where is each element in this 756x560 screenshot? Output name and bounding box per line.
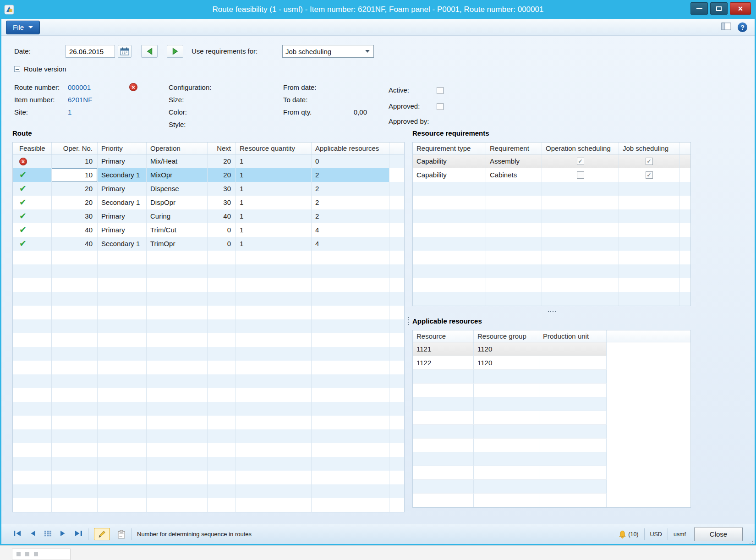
applicable-resource-empty-row[interactable] [413,452,607,466]
route-row[interactable]: ✔40PrimaryTrim/Cut014 [13,223,404,237]
resource-requirement-empty-row[interactable] [413,209,690,223]
route-empty-row[interactable] [13,471,404,484]
approved-checkbox[interactable] [437,103,444,110]
applicable-resource-empty-row[interactable] [413,411,607,425]
rr-column-header[interactable]: Requirement type [413,143,486,154]
help-icon[interactable]: ? [738,22,747,32]
window-layout-icon[interactable] [721,22,731,32]
route-column-header[interactable]: Operation [147,143,208,154]
last-record-button[interactable] [74,530,82,539]
route-empty-row[interactable] [13,319,404,333]
applicable-resource-empty-row[interactable] [413,494,607,507]
route-row[interactable]: ✔10Secondary 1MixOpr2012 [13,168,404,182]
rr-column-header[interactable]: Job scheduling [619,143,679,154]
route-empty-row[interactable] [13,388,404,402]
ar-column-header[interactable]: Production unit [539,330,607,342]
grid-view-button[interactable] [44,530,52,539]
currency-indicator[interactable]: USD [650,531,662,538]
applicable-resource-row[interactable]: 11211120 [413,342,607,356]
route-empty-row[interactable] [13,402,404,416]
file-menu-button[interactable]: File [6,21,40,34]
route-empty-row[interactable] [13,333,404,347]
route-empty-row[interactable] [13,416,404,429]
route-empty-row[interactable] [13,347,404,361]
first-record-button[interactable] [13,530,22,539]
site-value[interactable]: 1 [68,108,71,116]
applicable-resource-empty-row[interactable] [413,397,607,411]
route-column-header[interactable]: Resource quantity [236,143,312,154]
route-empty-row[interactable] [13,361,404,374]
approved-label: Approved: [389,102,420,110]
rr-column-header[interactable]: Operation scheduling [542,143,619,154]
applicable-resource-row[interactable]: 11221120 [413,356,607,370]
close-window-button[interactable]: × [730,2,751,15]
use-requirements-select[interactable]: Job scheduling [282,45,374,58]
resource-requirement-empty-row[interactable] [413,264,690,278]
operation-scheduling-checkbox[interactable]: ✓ [577,158,584,165]
route-column-header[interactable]: Priority [98,143,147,154]
applicable-resource-empty-row[interactable] [413,466,607,480]
route-empty-row[interactable] [13,443,404,457]
previous-day-button[interactable] [141,45,158,58]
operation-cell [147,498,208,512]
route-empty-row[interactable] [13,484,404,498]
next-day-button[interactable] [167,45,183,58]
operation-scheduling-checkbox[interactable] [577,171,584,179]
route-column-header[interactable]: Next [208,143,236,154]
resource-requirement-empty-row[interactable] [413,182,690,196]
route-empty-row[interactable] [13,306,404,319]
edit-record-button[interactable] [94,528,110,540]
item-number-value[interactable]: 6201NF [68,96,92,104]
route-empty-row[interactable] [13,374,404,388]
route-empty-row[interactable] [13,251,404,264]
attachment-button[interactable] [117,530,126,539]
date-input[interactable] [66,45,115,58]
route-empty-row[interactable] [13,292,404,306]
route-row[interactable]: ×10PrimaryMix/Heat2010 [13,154,404,168]
resource-requirement-empty-row[interactable] [413,292,690,306]
route-empty-row[interactable] [13,498,404,512]
collapse-section-icon[interactable] [14,66,20,72]
next-record-button[interactable] [60,530,66,539]
route-number-value[interactable]: 000001 [68,83,91,91]
minimize-button[interactable] [690,2,708,15]
route-empty-row[interactable] [13,264,404,278]
resource-requirement-empty-row[interactable] [413,278,690,292]
rr-column-header[interactable]: Requirement [486,143,542,154]
notifications-button[interactable]: (10) [618,530,638,539]
resource-requirement-empty-row[interactable] [413,251,690,264]
route-empty-row[interactable] [13,429,404,443]
active-checkbox[interactable] [437,87,444,94]
route-row[interactable]: ✔20PrimaryDispense3012 [13,182,404,196]
horizontal-splitter[interactable] [412,306,691,317]
applicable-resource-empty-row[interactable] [413,384,607,397]
applicable-resource-empty-row[interactable] [413,425,607,439]
previous-record-button[interactable] [29,530,36,539]
ar-column-header[interactable]: Resource [413,330,474,342]
maximize-button[interactable] [710,2,728,15]
route-column-header[interactable]: Oper. No. [52,143,98,154]
route-row[interactable]: ✔20Secondary 1DispOpr3012 [13,196,404,209]
resource-requirement-empty-row[interactable] [413,237,690,251]
route-row[interactable]: ✔30PrimaryCuring4012 [13,209,404,223]
route-column-header[interactable]: Feasible [13,143,52,154]
applicable-resource-empty-row[interactable] [413,439,607,452]
close-button[interactable]: Close [694,527,743,541]
job-scheduling-checkbox[interactable]: ✓ [646,171,653,179]
applicable-resource-empty-row[interactable] [413,480,607,494]
route-row[interactable]: ✔40Secondary 1TrimOpr014 [13,237,404,251]
resource-requirement-row[interactable]: CapabilityAssembly✓✓ [413,154,690,168]
applicable-resource-empty-row[interactable] [413,370,607,384]
ar-column-header[interactable]: Resource group [474,330,539,342]
resource-requirement-empty-row[interactable] [413,223,690,237]
route-empty-row[interactable] [13,457,404,471]
vertical-splitter[interactable] [405,129,412,512]
company-indicator[interactable]: usmf [674,531,686,538]
resize-grip[interactable] [752,541,753,542]
calendar-button[interactable] [118,45,131,58]
route-empty-row[interactable] [13,278,404,292]
job-scheduling-checkbox[interactable]: ✓ [646,158,653,165]
route-column-header[interactable]: Applicable resources [312,143,389,154]
resource-requirement-empty-row[interactable] [413,196,690,209]
resource-requirement-row[interactable]: CapabilityCabinets✓ [413,168,690,182]
